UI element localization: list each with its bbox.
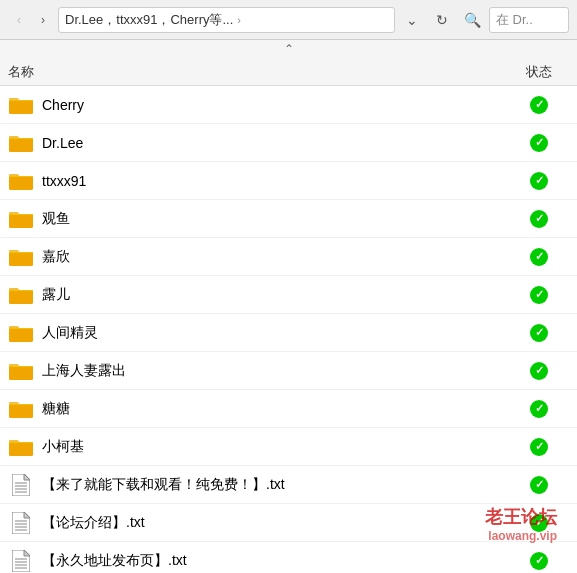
folder-icon	[8, 168, 34, 194]
file-name: 嘉欣	[42, 248, 509, 266]
table-row[interactable]: 糖糖✓	[0, 390, 577, 428]
svg-rect-5	[9, 176, 33, 177]
file-status: ✓	[509, 438, 569, 456]
file-status: ✓	[509, 210, 569, 228]
file-status: ✓	[509, 552, 569, 570]
table-row[interactable]: Dr.Lee✓	[0, 124, 577, 162]
file-name: Cherry	[42, 97, 509, 113]
svg-rect-6	[9, 214, 33, 228]
file-status: ✓	[509, 172, 569, 190]
file-list: Cherry✓Dr.Lee✓ttxxx91✓观鱼✓嘉欣✓露儿✓人间精灵✓上海人妻…	[0, 86, 577, 573]
breadcrumb[interactable]: Dr.Lee，ttxxx91，Cherry等... ›	[58, 7, 395, 33]
file-name: 露儿	[42, 286, 509, 304]
breadcrumb-text: Dr.Lee，ttxxx91，Cherry等...	[65, 11, 233, 29]
svg-rect-10	[9, 290, 33, 304]
file-name: 小柯基	[42, 438, 509, 456]
search-button[interactable]: 🔍	[459, 7, 485, 33]
text-file-icon	[8, 548, 34, 574]
svg-marker-33	[24, 550, 30, 556]
svg-rect-9	[9, 252, 33, 253]
status-check-icon: ✓	[530, 324, 548, 342]
table-row[interactable]: 人间精灵✓	[0, 314, 577, 352]
svg-rect-1	[9, 100, 33, 101]
status-check-icon: ✓	[530, 286, 548, 304]
search-prefix: 在 Dr..	[496, 11, 533, 29]
column-headers: 名称 状态	[0, 58, 577, 86]
folder-icon	[8, 358, 34, 384]
table-row[interactable]: 【来了就能下载和观看！纯免费！】.txt✓	[0, 466, 577, 504]
col-name-header: 名称	[8, 63, 509, 81]
svg-marker-27	[24, 512, 30, 518]
status-check-icon: ✓	[530, 96, 548, 114]
chevron-down-button[interactable]: ⌄	[399, 7, 425, 33]
file-status: ✓	[509, 134, 569, 152]
forward-button[interactable]: ›	[32, 9, 54, 31]
status-check-icon: ✓	[530, 248, 548, 266]
table-row[interactable]: 小柯基✓	[0, 428, 577, 466]
svg-rect-17	[9, 404, 33, 405]
status-check-icon: ✓	[530, 476, 548, 494]
table-row[interactable]: 上海人妻露出✓	[0, 352, 577, 390]
table-row[interactable]: 【论坛介绍】.txt✓	[0, 504, 577, 542]
svg-rect-13	[9, 328, 33, 329]
folder-icon	[8, 92, 34, 118]
file-status: ✓	[509, 514, 569, 532]
folder-icon	[8, 206, 34, 232]
svg-rect-3	[9, 138, 33, 139]
file-status: ✓	[509, 400, 569, 418]
collapse-arrow-icon[interactable]: ⌃	[284, 42, 294, 56]
file-status: ✓	[509, 96, 569, 114]
text-file-icon	[8, 472, 34, 498]
titlebar-actions: ⌄ ↻ 🔍 在 Dr..	[399, 7, 569, 33]
titlebar: ‹ › Dr.Lee，ttxxx91，Cherry等... › ⌄ ↻ 🔍 在 …	[0, 0, 577, 40]
table-row[interactable]: 【永久地址发布页】.txt✓	[0, 542, 577, 573]
folder-icon	[8, 434, 34, 460]
table-row[interactable]: 观鱼✓	[0, 200, 577, 238]
table-row[interactable]: 嘉欣✓	[0, 238, 577, 276]
svg-rect-15	[9, 366, 33, 367]
file-status: ✓	[509, 286, 569, 304]
nav-buttons: ‹ ›	[8, 9, 54, 31]
file-status: ✓	[509, 248, 569, 266]
status-check-icon: ✓	[530, 552, 548, 570]
search-input[interactable]: 在 Dr..	[489, 7, 569, 33]
svg-rect-18	[9, 442, 33, 456]
file-status: ✓	[509, 324, 569, 342]
status-check-icon: ✓	[530, 400, 548, 418]
text-file-icon	[8, 510, 34, 536]
status-check-icon: ✓	[530, 172, 548, 190]
folder-icon	[8, 130, 34, 156]
svg-rect-0	[9, 100, 33, 114]
svg-rect-16	[9, 404, 33, 418]
svg-rect-12	[9, 328, 33, 342]
back-button[interactable]: ‹	[8, 9, 30, 31]
svg-rect-11	[9, 290, 33, 291]
file-name: 【来了就能下载和观看！纯免费！】.txt	[42, 476, 509, 494]
col-status-header: 状态	[509, 63, 569, 81]
file-status: ✓	[509, 476, 569, 494]
file-status: ✓	[509, 362, 569, 380]
status-check-icon: ✓	[530, 134, 548, 152]
table-row[interactable]: 露儿✓	[0, 276, 577, 314]
file-name: 观鱼	[42, 210, 509, 228]
status-check-icon: ✓	[530, 438, 548, 456]
svg-rect-19	[9, 442, 33, 443]
folder-icon	[8, 320, 34, 346]
folder-icon	[8, 396, 34, 422]
svg-rect-4	[9, 176, 33, 190]
table-row[interactable]: Cherry✓	[0, 86, 577, 124]
folder-icon	[8, 244, 34, 270]
file-name: 上海人妻露出	[42, 362, 509, 380]
collapse-row: ⌃	[0, 40, 577, 58]
table-row[interactable]: ttxxx91✓	[0, 162, 577, 200]
file-name: 【论坛介绍】.txt	[42, 514, 509, 532]
svg-rect-8	[9, 252, 33, 266]
status-check-icon: ✓	[530, 210, 548, 228]
file-name: Dr.Lee	[42, 135, 509, 151]
refresh-button[interactable]: ↻	[429, 7, 455, 33]
svg-rect-2	[9, 138, 33, 152]
file-name: 人间精灵	[42, 324, 509, 342]
svg-marker-21	[24, 474, 30, 480]
status-check-icon: ✓	[530, 514, 548, 532]
folder-icon	[8, 282, 34, 308]
